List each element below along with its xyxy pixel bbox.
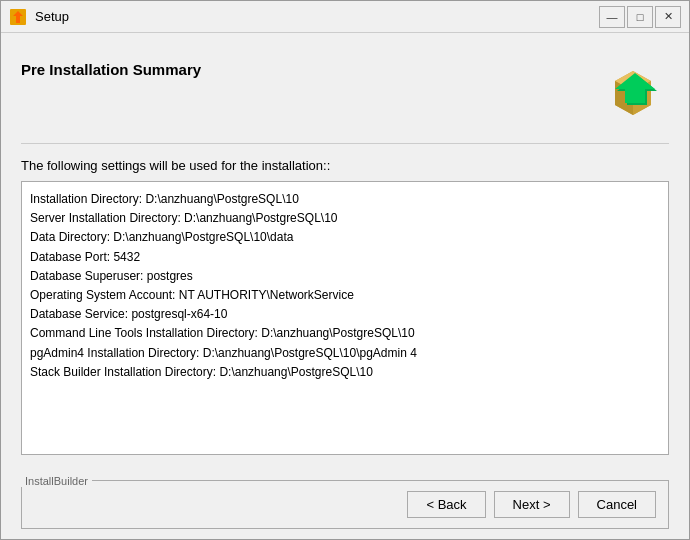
- cancel-button[interactable]: Cancel: [578, 491, 656, 518]
- summary-line: Data Directory: D:\anzhuang\PostgreSQL\1…: [30, 228, 660, 247]
- summary-line: Server Installation Directory: D:\anzhua…: [30, 209, 660, 228]
- title-bar: Setup — □ ✕: [1, 1, 689, 33]
- summary-line: Database Superuser: postgres: [30, 267, 660, 286]
- install-builder-label: InstallBuilder: [21, 475, 92, 487]
- header-section: Pre Installation Summary: [21, 53, 669, 125]
- footer-wrapper: InstallBuilder < Back Next > Cancel: [21, 465, 669, 529]
- window-controls: — □ ✕: [599, 6, 681, 28]
- header-divider: [21, 143, 669, 144]
- footer-border: < Back Next > Cancel: [21, 480, 669, 529]
- setup-icon: [9, 8, 27, 26]
- package-icon: [597, 53, 669, 125]
- back-button[interactable]: < Back: [407, 491, 485, 518]
- summary-line: pgAdmin4 Installation Directory: D:\anzh…: [30, 344, 660, 363]
- next-button[interactable]: Next >: [494, 491, 570, 518]
- page-title: Pre Installation Summary: [21, 61, 201, 78]
- summary-line: Database Port: 5432: [30, 248, 660, 267]
- summary-line: Stack Builder Installation Directory: D:…: [30, 363, 660, 382]
- summary-line: Operating System Account: NT AUTHORITY\N…: [30, 286, 660, 305]
- summary-line: Installation Directory: D:\anzhuang\Post…: [30, 190, 660, 209]
- summary-line: Database Service: postgresql-x64-10: [30, 305, 660, 324]
- summary-line: Command Line Tools Installation Director…: [30, 324, 660, 343]
- window-title: Setup: [35, 9, 599, 24]
- maximize-button[interactable]: □: [627, 6, 653, 28]
- setup-window: Setup — □ ✕ Pre Installation Summary The…: [0, 0, 690, 540]
- summary-box[interactable]: Installation Directory: D:\anzhuang\Post…: [21, 181, 669, 455]
- description-text: The following settings will be used for …: [21, 158, 669, 173]
- close-button[interactable]: ✕: [655, 6, 681, 28]
- content-area: Pre Installation Summary The following s…: [1, 33, 689, 539]
- minimize-button[interactable]: —: [599, 6, 625, 28]
